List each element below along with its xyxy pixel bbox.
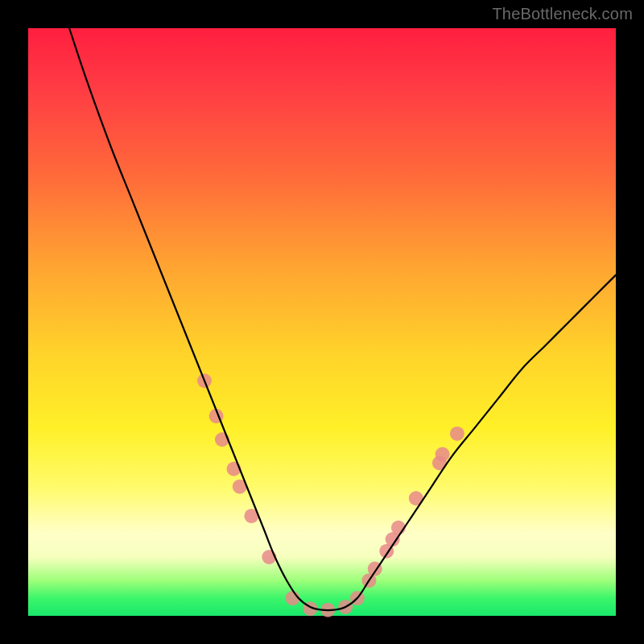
watermark-text: TheBottleneck.com xyxy=(492,5,633,23)
bottleneck-curve xyxy=(69,28,616,610)
chart-svg xyxy=(28,28,616,616)
marker-layer xyxy=(197,374,464,617)
plot-area xyxy=(28,28,616,616)
marker-dot xyxy=(450,427,464,441)
marker-dot xyxy=(436,447,450,461)
chart-frame: TheBottleneck.com xyxy=(0,0,644,644)
